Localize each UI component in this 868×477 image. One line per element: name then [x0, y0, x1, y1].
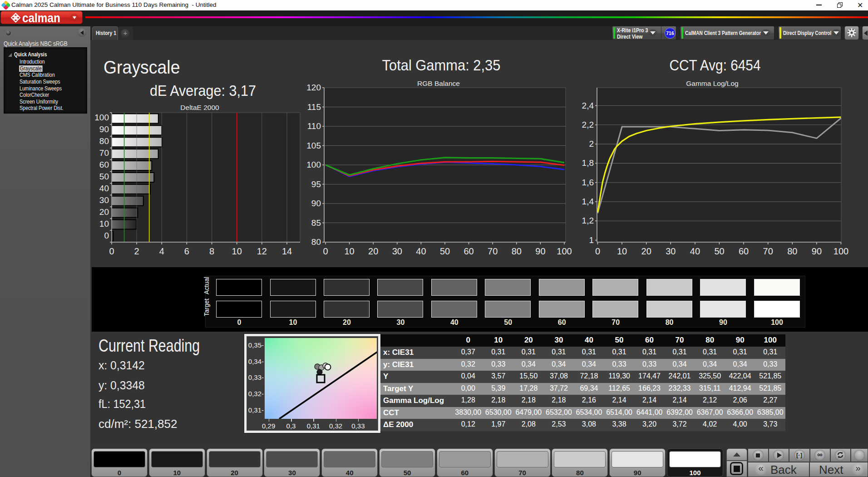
- svg-text:50: 50: [99, 172, 109, 181]
- svg-text:14: 14: [282, 246, 292, 256]
- svg-text:115: 115: [307, 102, 321, 112]
- svg-text:90: 90: [812, 246, 822, 256]
- svg-text:60: 60: [99, 160, 109, 169]
- svg-text:110: 110: [307, 121, 321, 131]
- svg-text:40: 40: [690, 246, 700, 256]
- svg-text:40: 40: [99, 184, 109, 193]
- svg-text:20: 20: [99, 207, 109, 217]
- svg-text:95: 95: [311, 179, 321, 189]
- svg-text:8: 8: [209, 246, 214, 256]
- svg-text:1,2: 1,2: [582, 216, 594, 225]
- svg-text:30: 30: [666, 246, 676, 256]
- svg-text:80: 80: [512, 246, 522, 256]
- svg-text:100: 100: [833, 246, 848, 256]
- svg-text:0: 0: [323, 246, 328, 256]
- svg-text:6: 6: [184, 246, 189, 256]
- svg-text:70: 70: [99, 148, 109, 158]
- svg-text:4: 4: [159, 246, 164, 256]
- svg-text:1: 1: [589, 235, 594, 245]
- svg-text:80: 80: [311, 237, 321, 247]
- svg-text:2,2: 2,2: [582, 120, 594, 129]
- svg-text:80: 80: [787, 246, 797, 256]
- svg-text:50: 50: [714, 246, 724, 256]
- svg-text:2,4: 2,4: [582, 101, 594, 110]
- svg-text:30: 30: [392, 246, 402, 256]
- svg-text:40: 40: [416, 246, 426, 256]
- svg-text:0: 0: [104, 231, 109, 240]
- svg-text:70: 70: [763, 246, 773, 256]
- svg-text:2: 2: [134, 246, 139, 256]
- svg-text:1,4: 1,4: [582, 197, 594, 206]
- svg-text:100: 100: [557, 246, 572, 256]
- svg-text:80: 80: [99, 136, 109, 146]
- svg-text:90: 90: [99, 124, 109, 134]
- svg-text:2: 2: [589, 139, 594, 149]
- svg-text:100: 100: [94, 113, 109, 122]
- svg-text:20: 20: [368, 246, 378, 256]
- svg-text:120: 120: [306, 83, 321, 92]
- svg-text:12: 12: [257, 246, 267, 256]
- svg-text:60: 60: [464, 246, 473, 256]
- svg-text:60: 60: [739, 246, 749, 256]
- svg-text:70: 70: [488, 246, 498, 256]
- svg-text:10: 10: [232, 246, 242, 256]
- svg-text:0: 0: [595, 246, 600, 256]
- svg-text:105: 105: [306, 141, 321, 150]
- svg-text:1,8: 1,8: [582, 158, 594, 168]
- svg-text:90: 90: [311, 199, 321, 208]
- svg-text:10: 10: [617, 246, 627, 256]
- svg-text:0: 0: [109, 246, 114, 256]
- svg-text:100: 100: [306, 160, 321, 169]
- svg-text:50: 50: [440, 246, 450, 256]
- svg-text:10: 10: [99, 219, 109, 229]
- svg-text:85: 85: [311, 218, 321, 228]
- svg-text:20: 20: [641, 246, 651, 256]
- svg-text:1,6: 1,6: [582, 178, 594, 187]
- svg-text:30: 30: [99, 195, 109, 205]
- svg-text:90: 90: [535, 246, 545, 256]
- svg-text:10: 10: [344, 246, 354, 256]
